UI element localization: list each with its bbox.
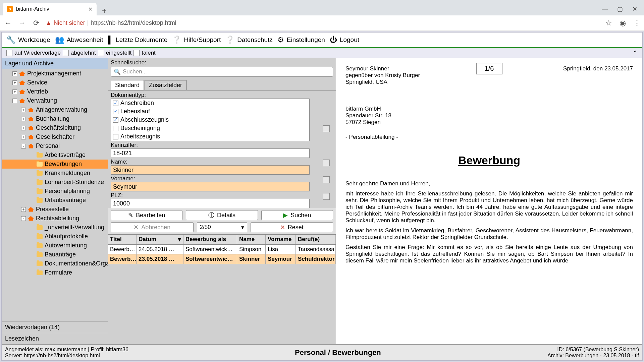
tag-checkbox[interactable] — [98, 50, 104, 56]
tree-item[interactable]: Krankmeldungen — [2, 169, 108, 178]
lesezeichen-section[interactable]: Lesezeichen — [2, 333, 108, 344]
tab-standard[interactable]: Standard — [111, 80, 144, 90]
werkzeuge-button[interactable]: 🔧Werkzeuge — [6, 36, 50, 44]
col-titel[interactable]: Titel — [108, 235, 137, 244]
profile-icon[interactable]: ◉ — [620, 19, 626, 27]
expand-icon[interactable]: - — [21, 216, 26, 221]
expand-icon[interactable]: + — [12, 89, 17, 94]
tag-checkbox[interactable] — [6, 50, 12, 56]
abbrechen-button[interactable]: ✕Abbrechen — [111, 222, 194, 232]
doktyp-option[interactable]: Arbeitszeugnis — [111, 132, 309, 141]
col-vorname[interactable]: Vorname — [266, 235, 296, 244]
reload-icon[interactable]: ⟳ — [32, 19, 41, 27]
hilfe-button[interactable]: ❔Hilfe/Support — [172, 36, 221, 44]
minimize-icon[interactable]: — — [602, 5, 608, 13]
name-input[interactable] — [111, 165, 310, 175]
einstellungen-button[interactable]: ⚙Einstellungen — [277, 36, 325, 44]
tab-zusatzfelder[interactable]: Zusatzfelder — [145, 80, 186, 90]
checkbox-icon[interactable] — [113, 101, 118, 106]
tree-item[interactable]: Dokumentationen&Orga — [2, 259, 108, 268]
expand-icon[interactable]: - — [12, 99, 17, 103]
col-datum[interactable]: Datum ▾ — [137, 235, 183, 244]
close-window-icon[interactable]: ✕ — [632, 5, 637, 13]
wiedervorlagen-section[interactable]: Wiedervorlagen (14) — [2, 321, 108, 333]
bearbeiten-button[interactable]: ✎Bearbeiten — [111, 210, 182, 220]
collapse-icon[interactable]: ⌃ — [633, 49, 638, 57]
col-name[interactable]: Name — [237, 235, 266, 244]
maximize-icon[interactable]: ▢ — [617, 5, 623, 13]
tree-item[interactable]: Lohnarbeit-Stundenze — [2, 178, 108, 187]
tree-item[interactable]: +Anlagenverwaltung — [2, 105, 108, 114]
star-icon[interactable]: ☆ — [605, 19, 612, 27]
tree-item[interactable]: +Projektmanagement — [2, 69, 108, 78]
doktyp-option[interactable]: Anschreiben — [111, 99, 309, 107]
doktyp-option[interactable]: Bescheinigung — [111, 124, 309, 132]
expand-icon[interactable]: + — [21, 135, 26, 139]
kennziffer-input[interactable] — [111, 148, 310, 158]
document-preview[interactable]: 1/6 Seymour Skinner gegenüber von Krusty… — [336, 58, 642, 344]
tree-item[interactable]: Autovermietung — [2, 241, 108, 250]
result-row[interactable]: Bewerb…24.05.2018 …Softwareentwick…Simps… — [108, 245, 336, 254]
tree-item[interactable]: Urlaubsanträge — [2, 196, 108, 205]
expand-icon[interactable]: + — [21, 117, 26, 121]
tree-item[interactable]: -Verwaltung — [2, 96, 108, 105]
tree-item[interactable]: Ablaufprotokolle — [2, 232, 108, 241]
field-toggle[interactable] — [323, 176, 330, 183]
doktyp-option[interactable]: Abschlusszeugnis — [111, 116, 309, 124]
vorname-input[interactable] — [111, 182, 310, 191]
url-field[interactable]: ▲ Nicht sicher | https://nb-hs2/html/des… — [46, 19, 601, 26]
field-toggle[interactable] — [323, 160, 330, 166]
col-beruf[interactable]: Beruf(e) — [296, 235, 336, 244]
browser-tab[interactable]: b bitfarm-Archiv ✕ — [3, 3, 97, 15]
expand-icon[interactable]: + — [12, 71, 17, 76]
tree-item[interactable]: Formulare — [2, 268, 108, 277]
tree-item[interactable]: -Rechtsabteilung — [2, 214, 108, 223]
tree-item[interactable]: Bauanträge — [2, 250, 108, 259]
checkbox-icon[interactable] — [113, 117, 118, 123]
tag-checkbox[interactable] — [63, 50, 69, 56]
checkbox-icon[interactable] — [113, 126, 118, 131]
close-tab-icon[interactable]: ✕ — [88, 6, 93, 12]
tree-item[interactable]: +Gesellschafter — [2, 132, 108, 141]
expand-icon[interactable]: + — [21, 207, 26, 212]
details-button[interactable]: ⓘDetails — [186, 210, 258, 220]
expand-icon[interactable]: - — [21, 144, 26, 148]
letzte-dokumente-button[interactable]: ▌Letzte Dokumente — [108, 36, 168, 44]
tree-item[interactable]: Bewerbungen — [2, 160, 108, 169]
checkbox-icon[interactable] — [113, 109, 118, 114]
page-indicator[interactable]: 1/6 — [476, 63, 503, 74]
suchen-button[interactable]: ▶Suchen — [261, 210, 333, 220]
back-icon[interactable]: ← — [3, 19, 13, 27]
expand-icon[interactable]: + — [21, 108, 26, 112]
tree-item[interactable]: +Vertrieb — [2, 87, 108, 96]
new-tab-button[interactable]: + — [99, 6, 109, 15]
abwesenheit-button[interactable]: 👥Abwesenheit — [55, 36, 103, 44]
plz-input[interactable] — [111, 199, 310, 208]
archive-tree[interactable]: +Projektmanagement+Service+Vertrieb-Verw… — [2, 69, 108, 321]
tree-item[interactable]: -Personal — [2, 141, 108, 150]
tree-item[interactable]: _unverteilt-Verwaltung — [2, 223, 108, 232]
field-toggle[interactable] — [323, 193, 330, 200]
col-bewerbung-als[interactable]: Bewerbung als — [183, 235, 237, 244]
tree-item[interactable]: +Service — [2, 78, 108, 87]
menu-icon[interactable]: ⋮ — [633, 19, 641, 27]
forward-icon[interactable]: → — [17, 19, 27, 27]
tree-item[interactable]: Arbeitsverträge — [2, 150, 108, 160]
doktyp-option[interactable]: Lebenslauf — [111, 107, 309, 116]
datenschutz-button[interactable]: ❔Datenschutz — [225, 36, 273, 44]
field-toggle[interactable] — [323, 125, 330, 132]
tree-item[interactable]: +Buchhaltung — [2, 114, 108, 123]
expand-icon[interactable]: + — [21, 126, 26, 130]
tree-item[interactable]: +Pressestelle — [2, 205, 108, 214]
checkbox-icon[interactable] — [113, 134, 118, 139]
tree-item[interactable]: +Geschäftsleitung — [2, 123, 108, 132]
result-row[interactable]: Bewerb…23.05.2018 …Softwareentwic…Skinne… — [108, 254, 336, 264]
logout-button[interactable]: ⏻Logout — [330, 36, 359, 44]
quicksearch-input[interactable]: 🔍 Suchen... — [111, 67, 333, 77]
dokumenttyp-list[interactable]: AnschreibenLebenslaufAbschlusszeugnisBes… — [111, 99, 310, 141]
reset-button[interactable]: ✕Reset — [251, 222, 333, 232]
limit-dropdown[interactable]: 2/50▾ — [197, 222, 247, 232]
tree-item[interactable]: Personalplanung — [2, 187, 108, 196]
tag-checkbox[interactable] — [133, 50, 140, 56]
expand-icon[interactable]: + — [12, 80, 17, 85]
